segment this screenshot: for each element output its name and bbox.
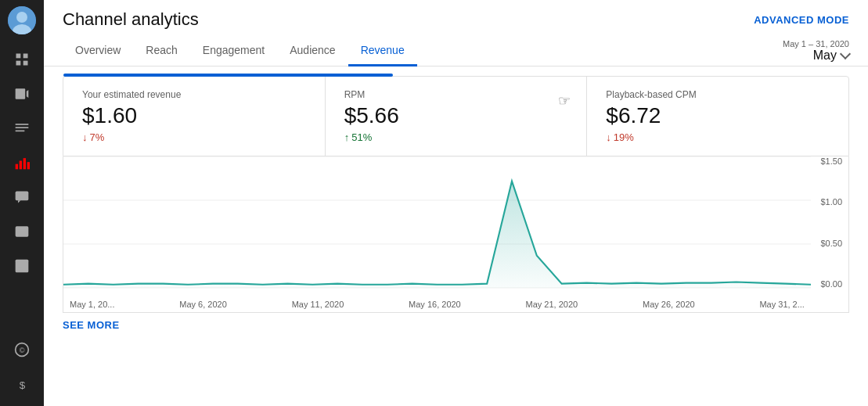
- monetization-icon: [14, 224, 30, 239]
- svg-rect-22: [17, 263, 27, 264]
- tab-revenue[interactable]: Revenue: [348, 36, 417, 66]
- date-range-small: May 1 – 31, 2020: [783, 39, 849, 49]
- sidebar-item-audio[interactable]: [3, 250, 41, 282]
- subtitles-icon: [14, 120, 30, 136]
- sidebar-item-copyright[interactable]: ©: [3, 334, 41, 365]
- metric-label-cpm: Playback-based CPM: [606, 89, 696, 100]
- dollar-icon: $: [14, 376, 30, 392]
- svg-rect-7: [16, 88, 26, 99]
- metric-label-rpm: RPM: [344, 89, 366, 100]
- chart-y-labels: $1.50 $1.00 $0.50 $0.00: [820, 156, 842, 289]
- svg-rect-16: [16, 192, 29, 201]
- sidebar: © $: [0, 0, 44, 406]
- x-label-may26: May 26, 2020: [643, 300, 695, 309]
- metric-card-revenue: Your estimated revenue $1.60 ↓ 7%: [63, 77, 326, 156]
- svg-marker-8: [27, 90, 29, 98]
- metric-value-cpm: $6.72: [606, 103, 661, 128]
- chart-svg: [63, 156, 811, 289]
- svg-rect-23: [17, 265, 27, 267]
- svg-text:©: ©: [20, 347, 25, 354]
- tab-engagement[interactable]: Engagement: [190, 36, 277, 66]
- date-range-value: May: [813, 49, 837, 63]
- y-label-1-00: $1.00: [820, 197, 842, 207]
- see-more-button[interactable]: SEE MORE: [44, 313, 868, 337]
- chart-fill-area: [63, 181, 811, 288]
- metric-change-revenue: ↓ 7%: [82, 131, 104, 143]
- dashboard-icon: [14, 52, 30, 67]
- cursor-icon: ☞: [558, 92, 571, 110]
- svg-rect-13: [20, 161, 22, 170]
- metric-value-revenue: $1.60: [82, 103, 137, 128]
- sidebar-item-video[interactable]: [3, 78, 41, 110]
- metrics-row: Your estimated revenue $1.60 ↓ 7% ☞ RPM …: [63, 76, 849, 156]
- x-label-may31: May 31, 2...: [759, 300, 804, 309]
- page-header: Channel analytics ADVANCED MODE: [44, 0, 868, 30]
- arrow-up-icon: ↑: [344, 131, 350, 143]
- metric-change-cpm: ↓ 19%: [606, 131, 634, 143]
- svg-rect-14: [23, 158, 26, 169]
- tab-audience[interactable]: Audience: [277, 36, 348, 66]
- svg-rect-11: [16, 131, 25, 132]
- sidebar-item-comments[interactable]: [3, 181, 41, 213]
- page-title: Channel analytics: [63, 9, 199, 30]
- x-label-may21: May 21, 2020: [526, 300, 578, 309]
- video-icon: [14, 86, 30, 102]
- svg-rect-9: [16, 124, 29, 125]
- audio-icon: [14, 258, 30, 274]
- svg-rect-5: [16, 61, 21, 66]
- advanced-mode-button[interactable]: ADVANCED MODE: [754, 14, 849, 26]
- metric-change-rpm-pct: 51%: [351, 131, 372, 143]
- analytics-icon: [14, 155, 30, 171]
- metric-card-cpm: Playback-based CPM $6.72 ↓ 19%: [587, 77, 848, 156]
- sidebar-item-subtitles[interactable]: [3, 113, 41, 144]
- sidebar-item-monetization[interactable]: [3, 216, 41, 247]
- arrow-down-cpm-icon: ↓: [606, 131, 611, 143]
- x-label-may1: May 1, 20...: [70, 300, 114, 309]
- metric-card-rpm: ☞ RPM $5.66 ↑ 51%: [326, 77, 588, 156]
- sidebar-item-analytics[interactable]: [3, 147, 41, 178]
- svg-rect-12: [16, 164, 18, 170]
- svg-rect-24: [17, 268, 23, 270]
- avatar[interactable]: [8, 6, 36, 34]
- chart-svg-container: [63, 156, 811, 289]
- sidebar-item-dollar[interactable]: $: [3, 368, 41, 400]
- svg-rect-10: [16, 127, 29, 128]
- y-label-0-00: $0.00: [820, 279, 842, 289]
- x-label-may11: May 11, 2020: [292, 300, 344, 309]
- svg-rect-20: [16, 232, 23, 233]
- date-range-main[interactable]: May: [813, 49, 849, 63]
- y-label-0-50: $0.50: [820, 239, 842, 248]
- arrow-down-icon: ↓: [82, 131, 88, 143]
- comments-icon: [14, 189, 30, 205]
- chart-area: $1.50 $1.00 $0.50 $0.00: [63, 156, 849, 313]
- tabs-list: Overview Reach Engagement Audience Reven…: [63, 36, 417, 66]
- date-picker[interactable]: May 1 – 31, 2020 May: [783, 39, 849, 63]
- tabs-bar: Overview Reach Engagement Audience Reven…: [44, 36, 868, 66]
- metric-change-revenue-pct: 7%: [90, 131, 105, 143]
- metric-change-cpm-pct: 19%: [614, 131, 634, 143]
- y-label-1-50: $1.50: [820, 156, 842, 166]
- tab-reach[interactable]: Reach: [133, 36, 189, 66]
- x-label-may16: May 16, 2020: [409, 300, 461, 309]
- x-label-may6: May 6, 2020: [179, 300, 227, 309]
- svg-rect-6: [23, 61, 28, 66]
- chevron-down-icon: [840, 49, 851, 59]
- metric-label-revenue: Your estimated revenue: [82, 89, 181, 100]
- svg-point-1: [16, 12, 27, 23]
- tab-overview[interactable]: Overview: [63, 36, 133, 66]
- svg-rect-15: [27, 162, 30, 169]
- main-content: Channel analytics ADVANCED MODE Overview…: [44, 0, 868, 406]
- metric-value-rpm: $5.66: [344, 103, 399, 128]
- chart-line: [63, 181, 811, 285]
- svg-rect-3: [16, 54, 21, 59]
- chart-x-labels: May 1, 20... May 6, 2020 May 11, 2020 Ma…: [63, 300, 811, 309]
- svg-marker-17: [18, 200, 20, 203]
- sidebar-item-dashboard[interactable]: [3, 44, 41, 75]
- copyright-icon: ©: [14, 342, 30, 357]
- metric-change-rpm: ↑ 51%: [344, 131, 373, 143]
- svg-rect-4: [23, 54, 28, 59]
- svg-rect-19: [16, 229, 27, 231]
- svg-text:$: $: [20, 379, 26, 391]
